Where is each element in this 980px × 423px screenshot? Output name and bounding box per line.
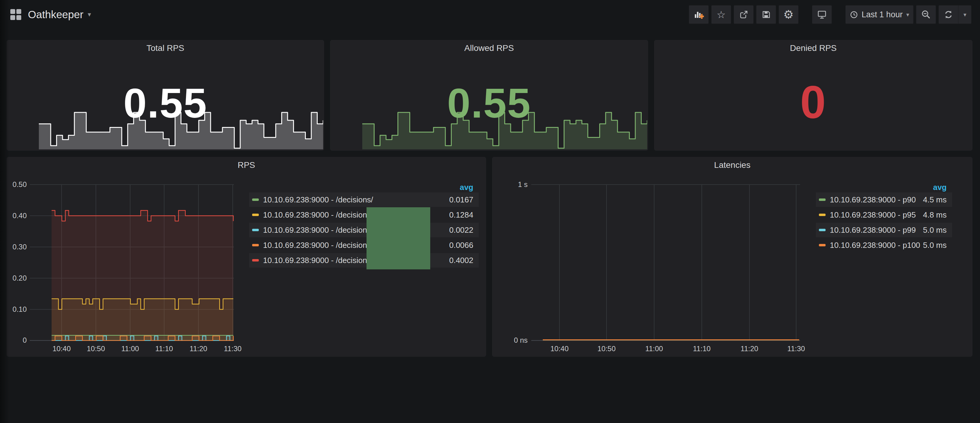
series-name[interactable]: 10.10.69.238:9000 - p100 xyxy=(830,241,923,250)
series-color-swatch[interactable] xyxy=(252,244,259,246)
save-button[interactable] xyxy=(756,5,776,24)
legend-row[interactable]: 10.10.69.238:9000 - /decisions/ 0.0167 xyxy=(249,192,479,207)
star-icon: ☆ xyxy=(717,10,726,20)
legend-avg-header[interactable]: avg xyxy=(816,183,952,192)
y-axis-tick: 0 xyxy=(8,336,27,345)
x-axis-tick: 10:40 xyxy=(48,345,75,353)
y-axis-tick: 0.30 xyxy=(8,243,27,251)
series-avg-value: 5.0 ms xyxy=(923,241,947,250)
share-button[interactable] xyxy=(733,5,754,24)
legend-row[interactable]: 10.10.69.238:9000 - /decisions/ 0.4002 xyxy=(249,253,479,268)
panel-total-rps: Total RPS 0.55 xyxy=(7,40,324,151)
series-name[interactable]: 10.10.69.238:9000 - p95 xyxy=(830,210,923,220)
series-avg-value: 0.0022 xyxy=(449,225,473,235)
panel-title[interactable]: Total RPS xyxy=(7,43,324,53)
panel-denied-rps: Denied RPS 0 xyxy=(654,40,972,151)
gear-icon: ⚙ xyxy=(783,9,794,20)
zoom-out-icon xyxy=(921,10,931,20)
cycle-view-mode-button[interactable] xyxy=(812,5,832,24)
x-axis-tick: 11:20 xyxy=(736,345,763,353)
series-color-swatch[interactable] xyxy=(252,229,259,231)
x-axis-tick: 11:30 xyxy=(219,345,247,353)
x-axis-tick: 10:50 xyxy=(593,345,620,353)
legend-row[interactable]: 10.10.69.238:9000 - p95 4.8 ms xyxy=(816,208,952,222)
latencies-legend: avg 10.10.69.238:9000 - p90 4.5 ms 10.10… xyxy=(816,183,952,252)
singlestat-value: 0 xyxy=(654,79,972,125)
panel-latencies-graph: Latencies 1 s 0 ns 10:40 10:50 11:00 11:… xyxy=(492,157,972,356)
series-color-swatch[interactable] xyxy=(252,259,259,261)
dashboard-toolbar: ☆ ⚙ xyxy=(689,5,972,24)
legend-row[interactable]: 10.10.69.238:9000 - p99 5.0 ms xyxy=(816,223,952,237)
series-name[interactable]: 10.10.69.238:9000 - p90 xyxy=(830,195,923,204)
navbar: Oathkeeper ▾ ☆ xyxy=(0,0,980,29)
panel-allowed-rps: Allowed RPS 0.55 xyxy=(330,40,648,151)
series-color-swatch[interactable] xyxy=(819,244,826,246)
dashboard-title-dropdown[interactable]: Oathkeeper ▾ xyxy=(28,8,91,21)
series-avg-value: 0.4002 xyxy=(449,256,473,265)
y-axis-tick: 0.10 xyxy=(8,305,27,314)
x-axis-tick: 11:10 xyxy=(151,345,178,353)
legend-avg-header[interactable]: avg xyxy=(249,183,479,192)
series-avg-value: 5.0 ms xyxy=(923,225,947,235)
series-avg-value: 0.0167 xyxy=(449,195,473,204)
grafana-dashboard: Oathkeeper ▾ ☆ xyxy=(0,0,980,423)
series-avg-value: 0.0066 xyxy=(449,241,473,250)
legend-row[interactable]: 10.10.69.238:9000 - /decisions/ 0.0022 xyxy=(249,223,479,237)
y-axis-tick: 0.50 xyxy=(8,180,27,189)
x-axis-tick: 11:00 xyxy=(116,345,144,353)
series-color-swatch[interactable] xyxy=(252,214,259,216)
legend-row[interactable]: 10.10.69.238:9000 - p100 5.0 ms xyxy=(816,238,952,252)
sparkline xyxy=(362,111,647,149)
series-color-swatch[interactable] xyxy=(819,229,826,231)
x-axis-tick: 11:30 xyxy=(783,345,810,353)
add-panel-button[interactable] xyxy=(689,5,709,24)
series-color-swatch[interactable] xyxy=(819,198,826,201)
x-axis-tick: 11:10 xyxy=(688,345,716,353)
series-avg-value: 4.8 ms xyxy=(923,210,947,220)
panel-title[interactable]: Latencies xyxy=(492,160,972,170)
refresh-interval-dropdown[interactable]: ▾ xyxy=(958,5,971,24)
series-name[interactable]: 10.10.69.238:9000 - p99 xyxy=(830,225,923,235)
chevron-down-icon: ▾ xyxy=(88,11,91,19)
legend-row[interactable]: 10.10.69.238:9000 - /decisions/ 0.1284 xyxy=(249,208,479,222)
x-axis-tick: 10:40 xyxy=(546,345,573,353)
series-color-swatch[interactable] xyxy=(252,198,259,201)
series-avg-value: 4.5 ms xyxy=(923,195,947,204)
refresh-icon xyxy=(943,10,953,19)
chevron-down-icon: ▾ xyxy=(906,11,909,18)
monitor-icon xyxy=(817,10,827,20)
x-axis-tick: 10:50 xyxy=(82,345,110,353)
settings-button[interactable]: ⚙ xyxy=(778,5,799,24)
chevron-down-icon: ▾ xyxy=(963,11,966,18)
legend-row[interactable]: 10.10.69.238:9000 - p90 4.5 ms xyxy=(816,192,952,207)
share-icon xyxy=(739,10,748,19)
refresh-button[interactable] xyxy=(939,5,958,24)
panel-title[interactable]: Denied RPS xyxy=(654,43,972,53)
grafana-logo[interactable] xyxy=(10,9,21,20)
x-axis-tick: 11:20 xyxy=(185,345,212,353)
rps-legend: avg 10.10.69.238:9000 - /decisions/ 0.01… xyxy=(249,183,479,268)
clock-icon xyxy=(850,11,858,19)
save-icon xyxy=(761,10,771,19)
panel-title[interactable]: Allowed RPS xyxy=(331,43,648,53)
panel-title[interactable]: RPS xyxy=(7,160,486,170)
series-name[interactable]: 10.10.69.238:9000 - /decisions/ xyxy=(263,195,449,204)
time-range-picker[interactable]: Last 1 hour ▾ xyxy=(845,5,914,24)
bar-chart-plus-icon xyxy=(694,10,704,20)
series-color-swatch[interactable] xyxy=(819,214,826,216)
x-axis-tick: 11:00 xyxy=(641,345,668,353)
green-overlay-artifact xyxy=(366,207,430,269)
series-avg-value: 0.1284 xyxy=(449,210,473,220)
star-button[interactable]: ☆ xyxy=(711,5,731,24)
time-range-label: Last 1 hour xyxy=(862,10,903,19)
dashboard-title[interactable]: Oathkeeper xyxy=(28,8,83,21)
sparkline xyxy=(39,111,323,149)
zoom-out-button[interactable] xyxy=(916,5,936,24)
y-axis-tick: 0.20 xyxy=(8,274,27,282)
legend-row[interactable]: 10.10.69.238:9000 - /decisions/ 0.0066 xyxy=(249,238,479,252)
rps-chart-plot[interactable] xyxy=(30,184,234,341)
y-axis-tick: 0 ns xyxy=(493,336,528,345)
y-axis-tick: 1 s xyxy=(493,180,528,189)
latencies-chart-plot[interactable] xyxy=(531,184,800,341)
refresh-split-button: ▾ xyxy=(939,5,972,24)
